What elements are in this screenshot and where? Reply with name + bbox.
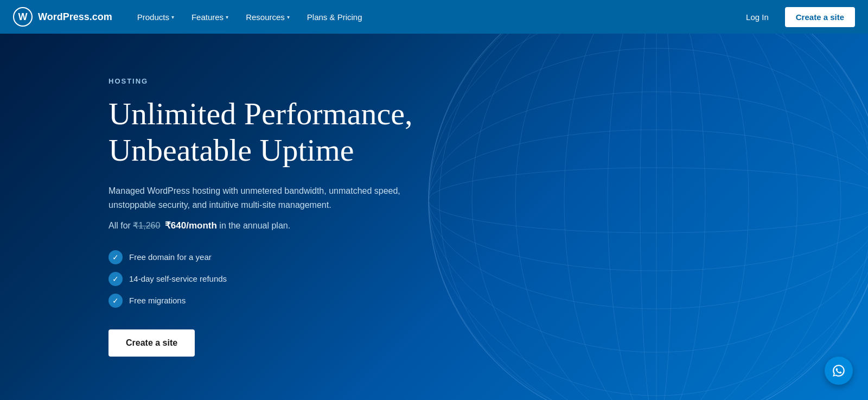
feature-label-1: Free domain for a year — [129, 252, 212, 262]
svg-point-2 — [429, 168, 868, 233]
logo-link[interactable]: W WordPress.com — [13, 7, 112, 27]
hero-content: HOSTING Unlimited Performance, Unbeatabl… — [0, 43, 423, 357]
current-price: ₹640/month — [165, 220, 217, 231]
check-icon-1: ✓ — [108, 250, 123, 264]
feature-label-3: Free migrations — [129, 296, 186, 305]
check-icon-2: ✓ — [108, 272, 123, 286]
logo-text: WordPress.com — [38, 11, 112, 23]
nav-item-features[interactable]: Features ▾ — [184, 8, 236, 26]
check-icon-3: ✓ — [108, 294, 123, 308]
nav-products-label: Products — [137, 12, 169, 22]
hero-pricing: All for ₹1,260 ₹640/month in the annual … — [108, 219, 423, 233]
navigation: W WordPress.com Products ▾ Features ▾ Re… — [0, 0, 868, 34]
original-price: ₹1,260 — [133, 221, 160, 230]
chevron-down-icon: ▾ — [226, 14, 228, 20]
nav-right: Log In Create a site — [738, 7, 855, 27]
hero-features-list: ✓ Free domain for a year ✓ 14-day self-s… — [108, 250, 423, 308]
nav-create-site-button[interactable]: Create a site — [785, 7, 855, 27]
svg-point-3 — [429, 130, 868, 271]
chat-icon — [832, 364, 846, 378]
nav-item-pricing[interactable]: Plans & Pricing — [299, 8, 370, 26]
nav-links: Products ▾ Features ▾ Resources ▾ Plans … — [130, 8, 738, 26]
nav-item-resources[interactable]: Resources ▾ — [238, 8, 297, 26]
pricing-prefix: All for — [108, 221, 131, 230]
wordpress-icon: W — [13, 7, 33, 27]
hero-section: HOSTING Unlimited Performance, Unbeatabl… — [0, 0, 868, 400]
svg-point-6 — [429, 5, 868, 396]
svg-point-13 — [439, 0, 868, 400]
hero-title-line1: Unlimited Performance, — [108, 96, 413, 131]
nav-pricing-label: Plans & Pricing — [307, 12, 362, 22]
feature-item-1: ✓ Free domain for a year — [108, 250, 423, 264]
hero-eyebrow: HOSTING — [108, 77, 423, 85]
chevron-down-icon: ▾ — [287, 14, 290, 20]
hero-title: Unlimited Performance, Unbeatable Uptime — [108, 96, 423, 168]
feature-label-2: 14-day self-service refunds — [129, 274, 227, 283]
feature-item-2: ✓ 14-day self-service refunds — [108, 272, 423, 286]
hero-title-line2: Unbeatable Uptime — [108, 132, 354, 168]
globe-graphic — [412, 0, 868, 400]
nav-resources-label: Resources — [246, 12, 285, 22]
feature-item-3: ✓ Free migrations — [108, 294, 423, 308]
nav-item-products[interactable]: Products ▾ — [130, 8, 182, 26]
svg-point-5 — [429, 48, 868, 352]
pricing-suffix: in the annual plan. — [219, 221, 290, 230]
login-label: Log In — [746, 12, 769, 22]
chevron-down-icon: ▾ — [171, 14, 174, 20]
svg-point-4 — [429, 92, 868, 309]
chat-support-button[interactable] — [825, 357, 853, 385]
nav-features-label: Features — [192, 12, 224, 22]
hero-create-site-button[interactable]: Create a site — [108, 329, 195, 357]
login-link[interactable]: Log In — [738, 8, 776, 26]
hero-description: Managed WordPress hosting with unmetered… — [108, 184, 423, 213]
